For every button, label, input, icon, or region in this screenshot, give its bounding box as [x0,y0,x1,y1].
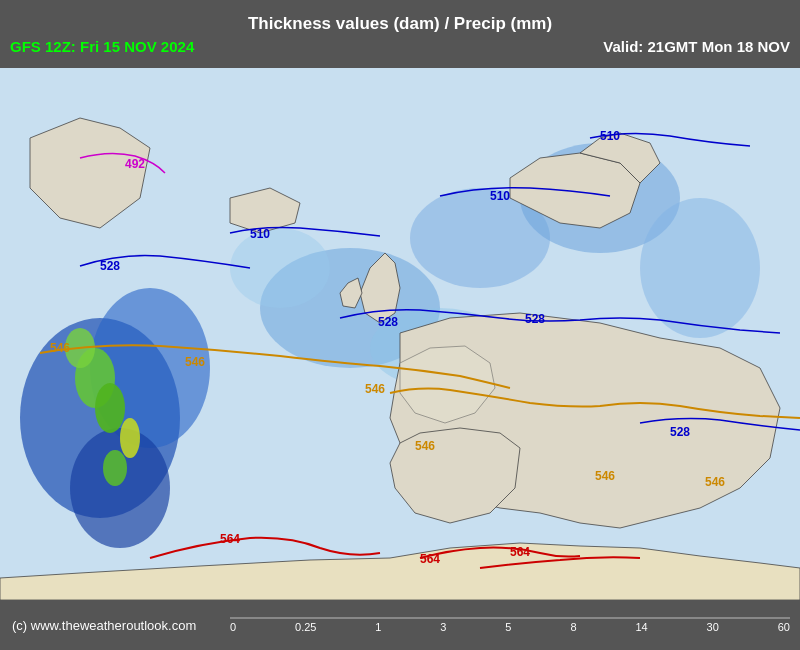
cb-label-3: 3 [440,621,446,633]
model-info: GFS 12Z: Fri 15 NOV 2024 [10,38,194,55]
chart-title: Thickness values (dam) / Precip (mm) [10,14,790,34]
copyright-text: (c) www.theweatheroutlook.com [0,618,220,633]
colorbar-gradient [230,617,790,619]
colorbar-labels: 0 0.25 1 3 5 8 14 30 60 [230,621,790,633]
main-container: Thickness values (dam) / Precip (mm) GFS… [0,0,800,650]
cb-label-1: 1 [375,621,381,633]
cb-label-14: 14 [635,621,647,633]
subtitle-row: GFS 12Z: Fri 15 NOV 2024 Valid: 21GMT Mo… [10,38,790,55]
cb-label-025: 0.25 [295,621,316,633]
colorbar-wrapper: 0 0.25 1 3 5 8 14 30 60 [220,612,800,638]
cb-label-8: 8 [570,621,576,633]
footer-bar: (c) www.theweatheroutlook.com 0 0.25 1 3… [0,600,800,650]
cb-label-0: 0 [230,621,236,633]
valid-info: Valid: 21GMT Mon 18 NOV [603,38,790,55]
cb-label-60: 60 [778,621,790,633]
header-bar: Thickness values (dam) / Precip (mm) GFS… [0,0,800,68]
cb-label-30: 30 [707,621,719,633]
cb-label-5: 5 [505,621,511,633]
map-background [0,68,800,600]
map-area: 492 510 510 510 528 528 528 528 546 546 … [0,68,800,600]
